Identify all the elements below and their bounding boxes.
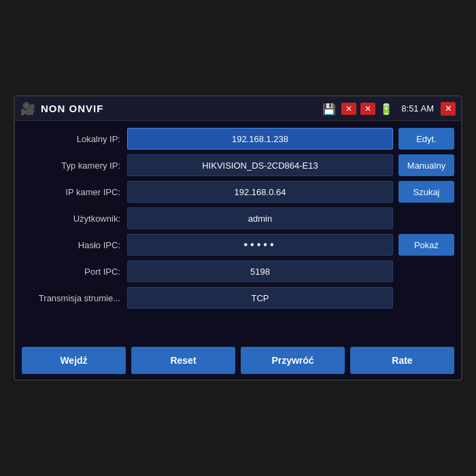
field-label-1: Typ kamery IP:: [22, 160, 127, 171]
side-btn-4[interactable]: Pokaż: [398, 234, 454, 256]
signal-x2-icon: ✕: [360, 103, 375, 115]
form-grid: Lokalny IP:192.168.1.238Edyt.Typ kamery …: [22, 126, 454, 336]
main-content: Lokalny IP:192.168.1.238Edyt.Typ kamery …: [15, 121, 461, 341]
titlebar-right: 💾 ✕ ✕ 🔋 8:51 AM ✕: [322, 102, 456, 116]
field-value-0: 192.168.1.238: [127, 128, 393, 150]
battery-icon: 🔋: [379, 103, 394, 115]
field-value-1: HIKVISION_DS-2CD864-E13: [127, 154, 393, 176]
form-row: Hasło IPC:•••••Pokaż: [22, 233, 454, 257]
form-row: Lokalny IP:192.168.1.238Edyt.: [22, 126, 454, 151]
form-row: Typ kamery IP:HIKVISION_DS-2CD864-E13Man…: [22, 153, 454, 177]
rate-button[interactable]: Rate: [350, 347, 454, 374]
time-display: 8:51 AM: [401, 103, 434, 114]
wejdz-button[interactable]: Wejdź: [22, 347, 126, 374]
app-title: NON ONVIF: [41, 103, 103, 114]
titlebar-left: 🎥 NON ONVIF: [20, 101, 103, 116]
field-label-4: Hasło IPC:: [22, 240, 127, 250]
form-row: Transmisja strumie...TCP: [22, 286, 454, 310]
side-btn-1[interactable]: Manualny: [398, 154, 454, 176]
field-value-2: 192.168.0.64: [127, 181, 393, 203]
field-label-0: Lokalny IP:: [22, 134, 127, 144]
titlebar: 🎥 NON ONVIF 💾 ✕ ✕ 🔋 8:51 AM ✕: [15, 97, 461, 121]
form-row: Port IPC:5198: [22, 259, 454, 284]
field-label-6: Transmisja strumie...: [22, 293, 127, 303]
przywroc-button[interactable]: Przywróć: [241, 347, 345, 374]
sd-card-icon: 💾: [322, 103, 337, 115]
camera-icon: 🎥: [20, 101, 35, 116]
main-screen: 🎥 NON ONVIF 💾 ✕ ✕ 🔋 8:51 AM ✕ Lokalny IP…: [14, 95, 462, 381]
form-row: IP kamer IPC:192.168.0.64Szukaj: [22, 180, 454, 204]
field-value-5: 5198: [127, 260, 393, 282]
reset-button[interactable]: Reset: [131, 347, 235, 374]
field-value-4: •••••: [127, 234, 393, 256]
field-value-6: TCP: [127, 287, 393, 309]
field-label-3: Użytkownik:: [22, 214, 127, 224]
form-row: Użytkownik:admin: [22, 206, 454, 231]
field-label-5: Port IPC:: [22, 267, 127, 277]
field-value-3: admin: [127, 207, 393, 229]
signal-x-icon: ✕: [341, 103, 356, 115]
side-btn-2[interactable]: Szukaj: [398, 181, 454, 203]
side-btn-0[interactable]: Edyt.: [398, 128, 454, 150]
field-label-2: IP kamer IPC:: [22, 187, 127, 197]
bottom-bar: Wejdź Reset Przywróć Rate: [15, 341, 461, 379]
close-button[interactable]: ✕: [441, 102, 456, 116]
